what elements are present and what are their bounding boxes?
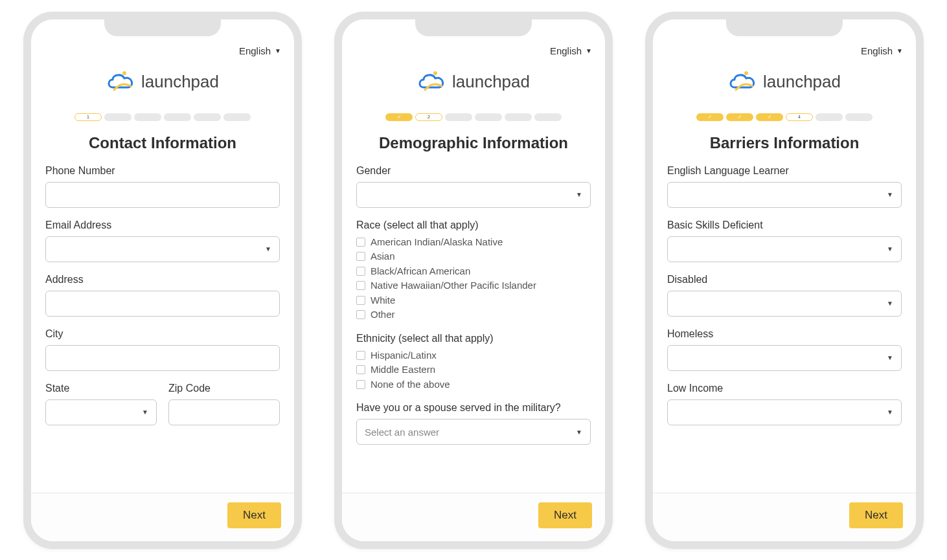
step-3[interactable] [134,113,161,121]
label-homeless: Homeless [667,328,902,340]
label-city: City [45,328,280,340]
form-demographic: Gender ▼ Race (select all that apply) Am… [342,165,605,493]
field-city: City [45,328,280,371]
step-5[interactable] [194,113,221,121]
language-select[interactable]: English ▼ [861,45,903,56]
page-title: Demographic Information [342,134,605,152]
label-ethnicity: Ethnicity (select all that apply) [356,333,591,344]
next-button[interactable]: Next [227,502,281,528]
chevron-down-icon: ▼ [887,409,893,416]
checkbox-icon [356,380,365,389]
ell-select[interactable]: ▼ [667,182,902,208]
step-5[interactable] [816,113,843,121]
field-state: State ▼ [45,383,157,425]
label-disabled: Disabled [667,274,902,286]
race-group: Race (select all that apply) American In… [356,219,591,322]
footer: Next [342,493,605,541]
brand-name: launchpad [452,72,530,92]
step-2[interactable]: 2 [415,113,442,121]
checkbox-icon [356,310,365,319]
label-military: Have you or a spouse served in the milit… [356,402,591,414]
race-option-2[interactable]: Black/African American [356,264,591,279]
field-email: Email Address ▼ [45,219,280,262]
logo: launchpad [31,69,294,95]
label-email: Email Address [45,219,280,231]
language-select[interactable]: English ▼ [550,45,592,56]
disabled-select[interactable]: ▼ [667,291,902,317]
row-state-zip: State ▼ Zip Code [45,383,280,437]
step-6[interactable] [534,113,562,121]
label-phone: Phone Number [45,165,280,177]
zip-code-field[interactable] [168,399,280,425]
phone-notch [415,18,532,36]
step-3[interactable] [445,113,472,121]
next-button[interactable]: Next [538,502,592,528]
step-6[interactable] [845,113,873,121]
homeless-select[interactable]: ▼ [667,345,902,371]
step-4[interactable] [475,113,502,121]
phone-number-field[interactable] [45,182,280,208]
language-select[interactable]: English ▼ [239,45,281,56]
email-address-select[interactable]: ▼ [45,236,280,262]
step-6[interactable] [223,113,251,121]
form-contact: Phone Number Email Address ▼ Address Cit… [31,165,294,493]
chevron-down-icon: ▼ [887,191,893,198]
step-2[interactable] [726,113,753,121]
checkbox-icon [356,365,365,374]
progress-stepper: 1 [31,113,294,121]
step-5[interactable] [505,113,532,121]
field-address: Address [45,274,280,317]
logo-mark-icon [728,69,758,95]
phone-notch [104,18,221,36]
step-2[interactable] [104,113,131,121]
step-1[interactable] [696,113,724,121]
label-address: Address [45,274,280,286]
phone-frame-2: English ▼ launchpad 2 Demographic Inform… [334,12,613,549]
logo: launchpad [342,69,605,95]
step-3[interactable] [756,113,783,121]
label-state: State [45,383,157,394]
step-4[interactable]: 4 [786,113,813,121]
state-select[interactable]: ▼ [45,399,157,425]
race-option-4[interactable]: White [356,293,591,308]
checkbox-icon [356,281,365,290]
checkbox-icon [356,296,365,305]
step-1[interactable]: 1 [74,113,102,121]
ethnicity-option-2[interactable]: None of the above [356,377,591,392]
city-field[interactable] [45,345,280,371]
race-option-0[interactable]: American Indian/Alaska Native [356,235,591,250]
low-income-select[interactable]: ▼ [667,399,902,425]
brand-name: launchpad [763,72,841,92]
field-phone: Phone Number [45,165,280,208]
svg-point-0 [122,71,126,75]
next-button[interactable]: Next [849,502,903,528]
race-option-5[interactable]: Other [356,308,591,322]
footer: Next [653,493,916,541]
label-race: Race (select all that apply) [356,219,591,231]
step-4[interactable] [164,113,191,121]
race-option-1[interactable]: Asian [356,249,591,264]
checkbox-icon [356,351,365,360]
field-homeless: Homeless ▼ [667,328,902,371]
military-select[interactable]: Select an answer▼ [356,419,591,445]
field-military: Have you or a spouse served in the milit… [356,402,591,445]
field-zip: Zip Code [168,383,280,425]
ethnicity-group: Ethnicity (select all that apply) Hispan… [356,333,591,392]
language-label: English [861,45,893,56]
chevron-down-icon: ▼ [142,409,148,416]
chevron-down-icon: ▼ [887,300,893,307]
race-option-3[interactable]: Native Hawaiian/Other Pacific Islander [356,278,591,293]
page-title: Contact Information [31,134,294,152]
field-ell: English Language Learner ▼ [667,165,902,208]
basic-skills-select[interactable]: ▼ [667,236,902,262]
footer: Next [31,493,294,541]
ethnicity-option-1[interactable]: Middle Eastern [356,363,591,377]
phone-notch [726,18,843,36]
gender-select[interactable]: ▼ [356,182,591,208]
screen-demographic: English ▼ launchpad 2 Demographic Inform… [342,19,605,541]
chevron-down-icon: ▼ [576,191,582,198]
progress-stepper: 2 [342,113,605,121]
address-field[interactable] [45,291,280,317]
step-1[interactable] [385,113,413,121]
ethnicity-option-0[interactable]: Hispanic/Latinx [356,348,591,363]
